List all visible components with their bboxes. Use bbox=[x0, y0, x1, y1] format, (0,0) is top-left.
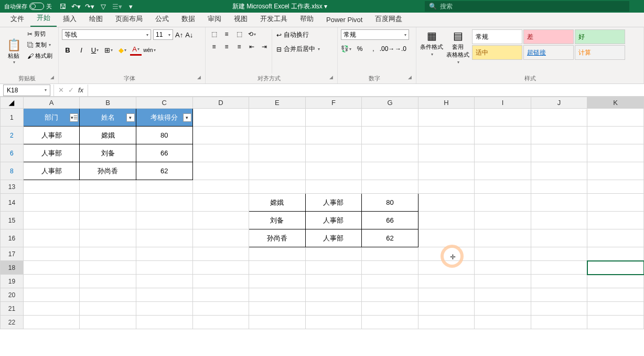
row-header-6[interactable]: 6 bbox=[1, 144, 24, 162]
filter-button-name[interactable]: ▾ bbox=[126, 113, 135, 122]
format-painter-button[interactable]: 🖌格式刷 bbox=[26, 51, 53, 60]
align-left-icon[interactable]: ≡ bbox=[209, 42, 219, 51]
row-header-14[interactable]: 14 bbox=[1, 194, 24, 212]
select-all-corner[interactable]: ◢ bbox=[1, 97, 24, 109]
save-icon[interactable]: 🖫 bbox=[58, 2, 67, 11]
align-top-icon[interactable]: ⬚ bbox=[209, 29, 219, 39]
font-launcher-icon[interactable]: ◢ bbox=[197, 75, 201, 80]
row-header-19[interactable]: 19 bbox=[1, 275, 24, 288]
style-good[interactable]: 好 bbox=[575, 29, 625, 44]
comma-style-icon[interactable]: , bbox=[368, 44, 379, 54]
col-header-D[interactable]: D bbox=[192, 97, 249, 109]
autosave-toggle[interactable]: 自动保存 关 bbox=[4, 3, 52, 11]
col-header-C[interactable]: C bbox=[136, 97, 192, 109]
cell-F16[interactable]: 人事部 bbox=[305, 229, 362, 247]
name-box[interactable]: K18▾ bbox=[3, 85, 50, 96]
format-as-table-button[interactable]: ▤ 套用 表格格式▾ bbox=[446, 29, 470, 74]
bold-button[interactable]: B bbox=[62, 44, 73, 56]
row-header-8[interactable]: 8 bbox=[1, 162, 24, 180]
style-neutral[interactable]: 适中 bbox=[472, 45, 522, 60]
worksheet-grid[interactable]: ◢ A B C D E F G H I J K 1 部门▾☰ 姓名▾ 考核得分▾… bbox=[0, 97, 644, 329]
col-header-G[interactable]: G bbox=[362, 97, 418, 109]
cell-G15[interactable]: 66 bbox=[362, 212, 418, 229]
redo-icon[interactable]: ↷▾ bbox=[85, 2, 94, 11]
fx-icon[interactable]: fx bbox=[78, 86, 83, 94]
number-format-select[interactable]: 常规▾ bbox=[341, 29, 409, 40]
paste-button[interactable]: 📋 粘贴 ▾ bbox=[3, 29, 24, 74]
cell-B1[interactable]: 姓名▾ bbox=[80, 109, 136, 127]
row-header-16[interactable]: 16 bbox=[1, 229, 24, 247]
col-header-A[interactable]: A bbox=[23, 97, 80, 109]
row-header-2[interactable]: 2 bbox=[1, 127, 24, 144]
row-header-20[interactable]: 20 bbox=[1, 288, 24, 302]
increase-font-icon[interactable]: A↑ bbox=[175, 31, 183, 39]
cut-button[interactable]: ✂剪切 bbox=[26, 29, 53, 38]
tab-help[interactable]: 帮助 bbox=[294, 11, 320, 27]
border-button[interactable]: ⊞▾ bbox=[103, 44, 114, 56]
align-launcher-icon[interactable]: ◢ bbox=[329, 75, 333, 80]
row-header-22[interactable]: 22 bbox=[1, 316, 24, 329]
clipboard-launcher-icon[interactable]: ◢ bbox=[50, 75, 54, 80]
tab-baidu[interactable]: 百度网盘 bbox=[369, 11, 409, 27]
row-header-13[interactable]: 13 bbox=[1, 180, 24, 194]
wrap-text-button[interactable]: ↩自动换行 bbox=[275, 29, 321, 40]
style-hyperlink[interactable]: 超链接 bbox=[523, 45, 574, 60]
cell-C1[interactable]: 考核得分▾ bbox=[136, 109, 192, 127]
filter-button-dept[interactable]: ▾☰ bbox=[70, 113, 78, 122]
align-right-icon[interactable]: ≡ bbox=[234, 42, 244, 51]
number-launcher-icon[interactable]: ◢ bbox=[408, 75, 412, 80]
tab-home[interactable]: 开始 bbox=[30, 10, 57, 27]
col-header-F[interactable]: F bbox=[305, 97, 362, 109]
tab-insert[interactable]: 插入 bbox=[57, 11, 83, 27]
tab-layout[interactable]: 页面布局 bbox=[109, 11, 149, 27]
cell-B6[interactable]: 刘备 bbox=[80, 144, 136, 162]
col-header-H[interactable]: H bbox=[418, 97, 475, 109]
filter-icon[interactable]: ▽ bbox=[99, 2, 108, 11]
indent-decrease-icon[interactable]: ⇤ bbox=[246, 42, 257, 51]
font-size-select[interactable]: 11▾ bbox=[153, 29, 173, 40]
cell-E16[interactable]: 孙尚香 bbox=[249, 229, 306, 247]
indent-increase-icon[interactable]: ⇥ bbox=[259, 42, 270, 51]
row-header-1[interactable]: 1 bbox=[1, 109, 24, 127]
undo-icon[interactable]: ↶▾ bbox=[72, 2, 80, 11]
align-center-icon[interactable]: ≡ bbox=[221, 42, 232, 51]
font-color-button[interactable]: A▾ bbox=[130, 44, 142, 56]
qat-customize-icon[interactable]: ▾ bbox=[126, 2, 135, 11]
orientation-icon[interactable]: ⟲▾ bbox=[246, 29, 257, 39]
enter-formula-icon[interactable]: ✓ bbox=[68, 86, 74, 94]
tab-powerpivot[interactable]: Power Pivot bbox=[320, 13, 369, 27]
cell-F15[interactable]: 人事部 bbox=[305, 212, 362, 229]
filter-button-score[interactable]: ▾ bbox=[183, 113, 191, 122]
col-header-E[interactable]: E bbox=[249, 97, 306, 109]
tab-review[interactable]: 审阅 bbox=[201, 11, 228, 27]
tab-draw[interactable]: 绘图 bbox=[83, 11, 109, 27]
cell-E14[interactable]: 嫦娥 bbox=[249, 194, 306, 212]
cell-E15[interactable]: 刘备 bbox=[249, 212, 306, 229]
row-header-15[interactable]: 15 bbox=[1, 212, 24, 229]
tab-file[interactable]: 文件 bbox=[4, 11, 30, 27]
cell-B8[interactable]: 孙尚香 bbox=[80, 162, 136, 180]
tab-view[interactable]: 视图 bbox=[228, 11, 254, 27]
cell-K18[interactable] bbox=[587, 261, 644, 275]
cell-C6[interactable]: 66 bbox=[136, 144, 192, 162]
merge-center-button[interactable]: ⊟合并后居中▾ bbox=[275, 44, 321, 55]
fill-color-button[interactable]: ◆▾ bbox=[116, 44, 128, 56]
underline-button[interactable]: U▾ bbox=[89, 44, 101, 56]
accounting-format-icon[interactable]: 💱▾ bbox=[341, 44, 351, 54]
cell-A2[interactable]: 人事部 bbox=[23, 127, 80, 144]
phonetic-button[interactable]: wén▾ bbox=[144, 44, 155, 56]
tab-developer[interactable]: 开发工具 bbox=[254, 11, 294, 27]
increase-decimal-icon[interactable]: .00→ bbox=[382, 44, 392, 54]
touch-mode-icon[interactable]: ☰▾ bbox=[113, 2, 121, 11]
cell-styles-gallery[interactable]: 常规 差 好 适中 超链接 计算 bbox=[472, 29, 625, 74]
tab-data[interactable]: 数据 bbox=[175, 11, 201, 27]
col-header-J[interactable]: J bbox=[531, 97, 587, 109]
font-name-select[interactable]: 等线▾ bbox=[62, 29, 151, 40]
cell-F14[interactable]: 人事部 bbox=[305, 194, 362, 212]
align-bottom-icon[interactable]: ⬚ bbox=[234, 29, 244, 39]
cell-G16[interactable]: 62 bbox=[362, 229, 418, 247]
cell-B2[interactable]: 嫦娥 bbox=[80, 127, 136, 144]
align-middle-icon[interactable]: ≡ bbox=[221, 29, 232, 39]
cell-A8[interactable]: 人事部 bbox=[23, 162, 80, 180]
cell-C8[interactable]: 62 bbox=[136, 162, 192, 180]
